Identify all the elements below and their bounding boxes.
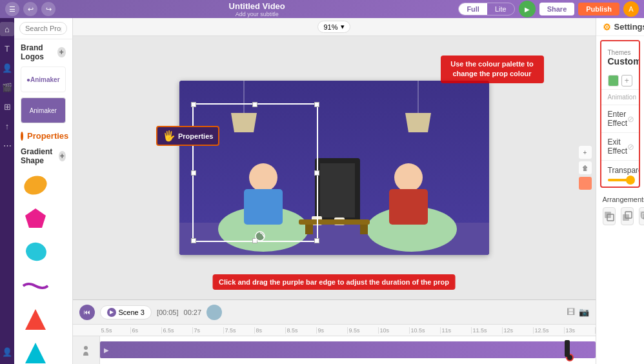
shape-red-triangle[interactable] [21, 305, 50, 334]
svg-marker-3 [25, 309, 46, 330]
sidebar-item-media[interactable]: 🎬 [0, 80, 14, 94]
canvas-zoom-in-btn[interactable]: + [579, 146, 592, 159]
svg-marker-25 [405, 113, 431, 132]
topbar-left: ☰ ↩ ↪ [5, 2, 55, 16]
svg-marker-1 [25, 208, 46, 228]
properties-title: Properties [27, 131, 68, 141]
sidebar-item-apps[interactable]: ⋯ [0, 138, 14, 152]
preview-play-button[interactable]: ▶ [519, 1, 536, 17]
shape-teal-triangle[interactable] [21, 338, 50, 364]
exit-effect-row[interactable]: Exit Effect ⊘ [601, 132, 639, 160]
svg-rect-34 [320, 163, 355, 217]
timeline-film-icon[interactable]: 🎞 [567, 307, 575, 317]
enter-effect-label: Enter Effect [608, 110, 627, 128]
timeline-area: ⏮ ▶ Scene 3 [00:05] 00:27 🎞 📷 5.5s6s6.5s… [73, 299, 596, 364]
share-button[interactable]: Share [539, 3, 575, 15]
selection-box [192, 103, 318, 242]
enter-effect-icon[interactable]: ⊘ [627, 114, 634, 124]
brand-logo-item-1[interactable]: ●Animaker [21, 66, 66, 92]
handle-ml[interactable] [191, 170, 196, 176]
canvas-frame[interactable] [179, 81, 489, 255]
ruler-mark: 10.5s [410, 327, 441, 334]
video-title[interactable]: Untitled Video [229, 1, 285, 11]
brand-logo-item-2[interactable]: Animaker [21, 97, 66, 123]
handle-br[interactable] [314, 238, 319, 243]
transparency-section: Transparency [601, 160, 639, 187]
themes-label: Themes [608, 49, 641, 56]
topbar: ☰ ↩ ↪ Untitled Video Add your subtitle F… [0, 0, 644, 18]
timeline-icon-group: 🎞 📷 [567, 307, 589, 317]
search-input[interactable] [19, 22, 67, 35]
transparency-slider-thumb[interactable] [626, 176, 635, 185]
ruler-mark: 5.5s [100, 327, 131, 334]
sidebar-item-avatar-bottom[interactable]: 👤 [0, 345, 14, 359]
arrange-send-back-btn[interactable] [639, 207, 645, 225]
arrangements-section: Arrangements [596, 192, 645, 229]
rotation-handle[interactable] [255, 231, 265, 243]
canvas-delete-btn[interactable]: 🗑 [579, 161, 592, 174]
handle-bl[interactable] [191, 238, 196, 243]
timeline-camera-icon[interactable]: 📷 [579, 307, 589, 317]
add-brand-logo-button[interactable]: + [57, 47, 65, 57]
hand-icon: 🖐 [163, 130, 176, 142]
ruler-mark: 6.5s [162, 327, 193, 334]
sidebar-item-text[interactable]: T [0, 41, 14, 56]
handle-tr[interactable] [314, 102, 319, 107]
timeline-end-time: 00:27 [184, 308, 202, 316]
mode-toggle[interactable]: Full Lite [458, 3, 514, 15]
arrange-back-btn[interactable] [603, 207, 616, 225]
handle-mr[interactable] [314, 170, 319, 176]
publish-button[interactable]: Publish [578, 3, 619, 15]
full-mode-btn[interactable]: Full [459, 3, 487, 15]
exit-effect-icon[interactable]: ⊘ [627, 142, 634, 152]
swatch-add-button[interactable]: + [621, 75, 632, 86]
arrange-forward-btn[interactable] [621, 207, 634, 225]
ruler-mark: 8s [255, 327, 286, 334]
ruler-mark: 11s [441, 327, 472, 334]
properties-button-overlay[interactable]: 🖐 Properties [156, 126, 219, 146]
timeline-playhead[interactable] [565, 340, 570, 357]
scene-play-icon: ▶ [107, 308, 116, 317]
right-panel: ⚙ Settings ✕ Themes Custom + [596, 18, 645, 364]
gradient-shape-section: Gradient Shape + [14, 143, 72, 168]
sidebar-item-upload[interactable]: ↑ [0, 119, 14, 133]
svg-rect-39 [360, 225, 368, 234]
handle-tc[interactable] [252, 102, 257, 107]
enter-effect-row[interactable]: Enter Effect ⊘ [601, 105, 639, 132]
swatch-green[interactable] [608, 75, 619, 86]
lite-mode-btn[interactable]: Lite [487, 3, 514, 15]
redo-icon[interactable]: ↪ [41, 2, 55, 16]
video-subtitle[interactable]: Add your subtitle [236, 11, 279, 17]
transparency-slider-track[interactable] [608, 179, 633, 181]
svg-point-0 [22, 173, 49, 198]
purple-timeline-bar[interactable]: ▶ [100, 341, 596, 358]
ruler-mark: 13s [565, 327, 596, 334]
sidebar-item-user[interactable]: 👤 [0, 61, 14, 75]
timeline-avatar[interactable] [206, 305, 222, 320]
transparency-label: Transparency [608, 166, 633, 175]
scene-play-button[interactable]: ▶ Scene 3 [100, 305, 152, 319]
svg-point-2 [24, 240, 48, 263]
svg-rect-45 [623, 214, 629, 221]
shape-orange-blob[interactable] [21, 170, 50, 200]
handle-tl[interactable] [191, 102, 196, 107]
timeline-rewind-button[interactable]: ⏮ [79, 305, 95, 320]
menu-icon[interactable]: ☰ [5, 2, 19, 16]
shape-purple-stroke[interactable] [21, 271, 50, 301]
canvas-color-btn[interactable] [579, 177, 592, 190]
brand-logos-label: Brand Logos [21, 43, 57, 61]
canvas-toolbar: 91% ▾ [73, 18, 596, 36]
add-gradient-button[interactable]: + [59, 151, 66, 161]
ruler-mark: 6s [131, 327, 162, 334]
shape-pink-pentagon[interactable] [21, 204, 50, 234]
ruler-mark: 7.5s [224, 327, 255, 334]
props-circle-indicator [21, 132, 23, 141]
sidebar-item-home[interactable]: ⌂ [0, 22, 14, 36]
shape-teal-blob[interactable] [21, 238, 50, 267]
ruler-mark: 10s [379, 327, 410, 334]
sidebar-item-grid[interactable]: ⊞ [0, 99, 14, 114]
undo-icon[interactable]: ↩ [23, 2, 37, 16]
user-avatar[interactable]: A [623, 1, 639, 17]
settings-title: ⚙ Settings [603, 22, 645, 32]
zoom-dropdown-icon[interactable]: ▾ [341, 23, 345, 31]
